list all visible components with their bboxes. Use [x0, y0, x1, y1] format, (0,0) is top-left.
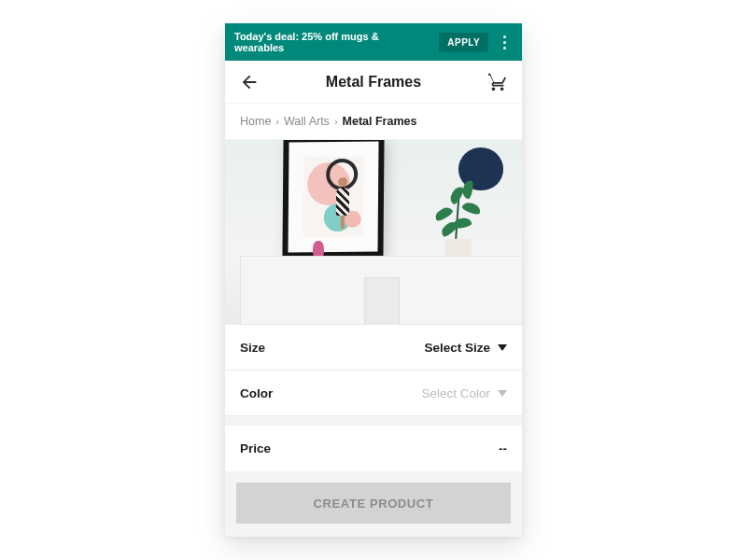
breadcrumb-wall-arts[interactable]: Wall Arts [284, 115, 330, 128]
breadcrumb: Home › Wall Arts › Metal Frames [225, 104, 522, 140]
chevron-right-icon: › [275, 116, 279, 127]
color-value: Select Color [421, 386, 490, 400]
create-product-button[interactable]: CREATE PRODUCT [236, 483, 511, 524]
more-menu-icon[interactable] [492, 30, 516, 54]
breadcrumb-current: Metal Frames [343, 115, 417, 128]
price-value: -- [499, 441, 507, 455]
chevron-down-icon [498, 344, 507, 351]
size-label: Size [240, 341, 265, 355]
size-value: Select Size [424, 341, 490, 355]
apply-promo-button[interactable]: APPLY [439, 33, 488, 52]
page-title: Metal Frames [326, 74, 421, 91]
product-hero-image [225, 140, 522, 325]
color-selector: Color Select Color [225, 371, 522, 416]
promo-text: Today's deal: 25% off mugs & wearables [234, 31, 430, 53]
price-row: Price -- [225, 426, 522, 471]
product-options: Size Select Size Color Select Color Pric… [225, 325, 522, 471]
color-label: Color [240, 386, 273, 400]
divider [225, 416, 522, 426]
size-selector[interactable]: Size Select Size [225, 325, 522, 371]
back-icon[interactable] [238, 71, 261, 93]
chevron-down-icon [498, 390, 507, 397]
cart-icon[interactable] [486, 71, 509, 93]
price-label: Price [240, 441, 271, 455]
breadcrumb-home[interactable]: Home [240, 115, 271, 128]
product-config-screen: Today's deal: 25% off mugs & wearables A… [225, 23, 522, 537]
top-bar: Metal Frames [225, 61, 522, 104]
promo-banner: Today's deal: 25% off mugs & wearables A… [225, 23, 522, 61]
chevron-right-icon: › [334, 116, 338, 127]
